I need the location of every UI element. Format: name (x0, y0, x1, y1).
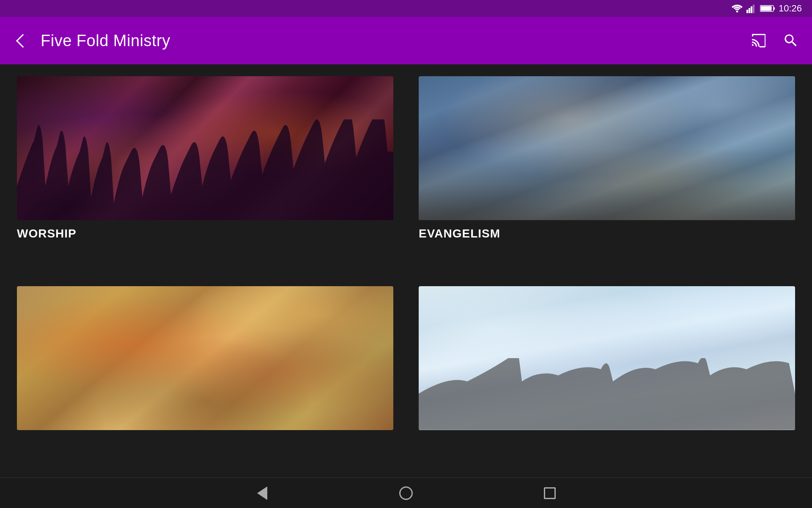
praise-image (419, 286, 795, 430)
signal-icon (746, 4, 757, 13)
worship-image (17, 76, 393, 220)
nav-recents-button[interactable] (537, 480, 562, 506)
status-time: 10:26 (779, 3, 802, 14)
app-bar: Five Fold Ministry (0, 17, 812, 64)
app-bar-actions (750, 32, 799, 49)
svg-rect-1 (746, 10, 748, 13)
worship-photo (17, 76, 393, 220)
svg-rect-7 (774, 7, 775, 10)
cast-button[interactable] (750, 32, 767, 49)
back-button[interactable] (13, 33, 28, 48)
nav-bar (0, 478, 812, 508)
svg-rect-6 (760, 6, 771, 11)
group-image (17, 286, 393, 430)
group-photo (17, 286, 393, 430)
svg-rect-3 (751, 6, 752, 13)
evangelism-photo (419, 76, 795, 220)
evangelism-card[interactable]: EVANGELISM (419, 76, 795, 269)
svg-point-0 (736, 11, 738, 13)
search-icon (782, 32, 799, 49)
battery-icon (760, 4, 775, 13)
cast-icon (750, 32, 767, 49)
group-card[interactable] (17, 286, 393, 466)
nav-home-button[interactable] (393, 480, 419, 506)
worship-card[interactable]: WORSHIP (17, 76, 393, 269)
evangelism-image (419, 76, 795, 220)
search-button[interactable] (782, 32, 799, 49)
status-bar: 10:26 (0, 0, 812, 17)
content-grid: WORSHIP EVANGELISM (0, 64, 812, 478)
evangelism-label: EVANGELISM (419, 227, 795, 240)
app-bar-title: Five Fold Ministry (41, 32, 738, 50)
worship-label: WORSHIP (17, 227, 393, 240)
wifi-icon (731, 4, 743, 13)
status-icons: 10:26 (731, 3, 802, 14)
svg-rect-2 (749, 8, 750, 13)
nav-back-button[interactable] (250, 480, 275, 506)
praise-card[interactable] (419, 286, 795, 466)
svg-rect-4 (753, 5, 754, 13)
praise-photo (419, 286, 795, 430)
